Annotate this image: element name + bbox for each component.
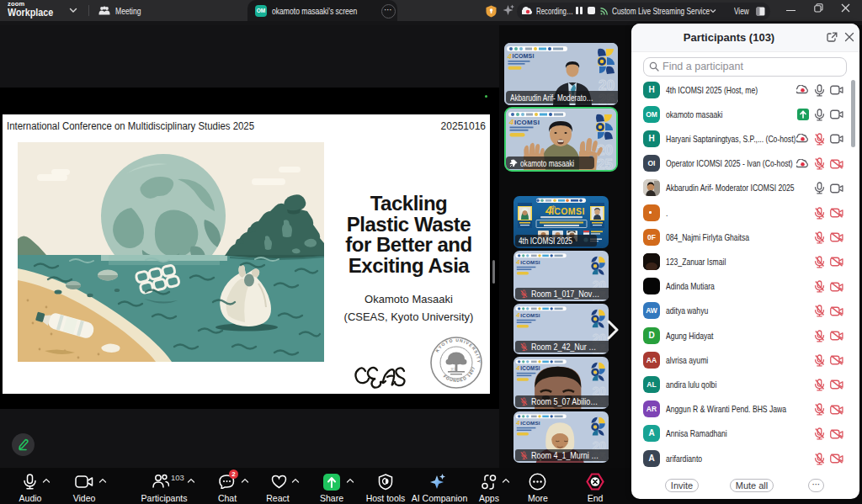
svg-text:ICOMSI: ICOMSI (513, 53, 535, 59)
svg-text:4: 4 (515, 419, 520, 427)
svg-text:ICOMSI: ICOMSI (520, 365, 540, 371)
svg-text:4: 4 (508, 117, 514, 126)
svg-text:4: 4 (515, 311, 520, 319)
svg-text:4: 4 (515, 364, 520, 372)
svg-text:ICOMSI: ICOMSI (514, 119, 540, 126)
svg-text:ICOMSI: ICOMSI (520, 312, 540, 318)
svg-text:ICOMSI: ICOMSI (520, 259, 540, 265)
svg-text:京大: 京大 (450, 367, 457, 371)
svg-text:4: 4 (515, 258, 520, 266)
svg-text:25: 25 (597, 157, 613, 170)
svg-text:ICOMSI: ICOMSI (551, 206, 585, 216)
svg-text:ICOMSI: ICOMSI (520, 420, 540, 426)
svg-text:4: 4 (507, 52, 512, 61)
